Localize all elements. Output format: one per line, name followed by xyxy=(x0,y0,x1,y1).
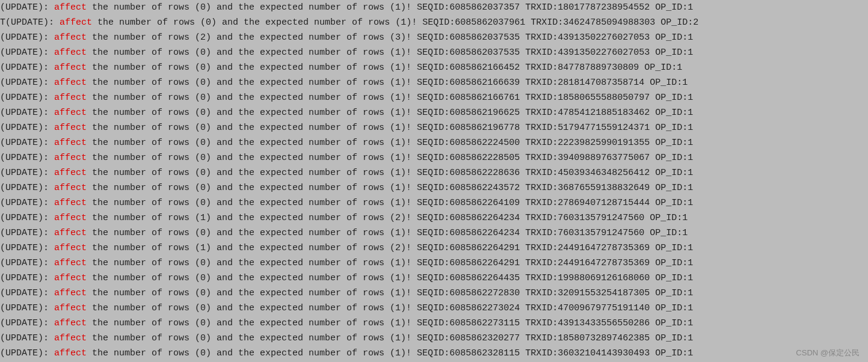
log-message: the number of rows (0) and the expected … xyxy=(87,2,693,13)
highlight-keyword: affect xyxy=(54,63,87,73)
log-prefix: (UPDATE): xyxy=(0,2,54,13)
log-message: the number of rows (0) and the expected … xyxy=(87,108,693,118)
log-message: the number of rows (0) and the expected … xyxy=(87,198,693,208)
highlight-keyword: affect xyxy=(54,123,87,133)
log-message: the number of rows (1) and the expected … xyxy=(87,243,693,253)
log-message: the number of rows (0) and the expected … xyxy=(87,318,693,328)
log-message: the number of rows (0) and the expected … xyxy=(87,48,693,58)
log-prefix: (UPDATE): xyxy=(0,273,54,283)
log-line[interactable]: (UPDATE): affect the number of rows (0) … xyxy=(0,165,868,180)
highlight-keyword: affect xyxy=(54,258,87,268)
highlight-keyword: affect xyxy=(54,288,87,298)
log-prefix: (UPDATE): xyxy=(0,78,54,88)
log-message: the number of rows (0) and the expected … xyxy=(87,123,693,133)
log-message: the number of rows (0) and the expected … xyxy=(87,333,693,343)
log-line[interactable]: (UPDATE): affect the number of rows (0) … xyxy=(0,271,868,286)
highlight-keyword: affect xyxy=(54,93,87,103)
log-prefix: (UPDATE): xyxy=(0,183,54,193)
log-line[interactable]: (UPDATE): affect the number of rows (1) … xyxy=(0,210,868,225)
highlight-keyword: affect xyxy=(54,303,87,313)
log-prefix: (UPDATE): xyxy=(0,198,54,208)
log-prefix: (UPDATE): xyxy=(0,318,54,328)
log-line[interactable]: (UPDATE): affect the number of rows (0) … xyxy=(0,225,868,241)
log-message: the number of rows (0) and the expected … xyxy=(87,168,693,178)
highlight-keyword: affect xyxy=(54,333,87,343)
log-line[interactable]: (UPDATE): affect the number of rows (0) … xyxy=(0,301,868,316)
log-line[interactable]: (UPDATE): affect the number of rows (0) … xyxy=(0,331,868,346)
highlight-keyword: affect xyxy=(54,78,87,88)
highlight-keyword: affect xyxy=(54,183,87,193)
log-message: the number of rows (0) and the expected … xyxy=(87,63,682,73)
log-prefix: (UPDATE): xyxy=(0,168,54,178)
highlight-keyword: affect xyxy=(54,243,87,253)
log-line[interactable]: (UPDATE): affect the number of rows (0) … xyxy=(0,316,868,331)
log-line[interactable]: (UPDATE): affect the number of rows (2) … xyxy=(0,30,868,45)
log-message: the number of rows (0) and the expected … xyxy=(87,183,693,193)
log-line[interactable]: (UPDATE): affect the number of rows (0) … xyxy=(0,256,868,271)
highlight-keyword: affect xyxy=(54,108,87,118)
log-line[interactable]: (UPDATE): affect the number of rows (0) … xyxy=(0,105,868,120)
log-line[interactable]: (UPDATE): affect the number of rows (0) … xyxy=(0,195,868,210)
log-prefix: (UPDATE): xyxy=(0,228,54,238)
highlight-keyword: affect xyxy=(54,228,87,238)
highlight-keyword: affect xyxy=(54,48,87,58)
log-line[interactable]: (UPDATE): affect the number of rows (0) … xyxy=(0,90,868,105)
log-line[interactable]: (UPDATE): affect the number of rows (0) … xyxy=(0,286,868,301)
log-prefix: (UPDATE): xyxy=(0,63,54,73)
log-line[interactable]: (UPDATE): affect the number of rows (0) … xyxy=(0,180,868,195)
log-prefix: (UPDATE): xyxy=(0,48,54,58)
highlight-keyword: affect xyxy=(54,318,87,328)
highlight-keyword: affect xyxy=(54,213,87,223)
log-line[interactable]: (UPDATE): affect the number of rows (1) … xyxy=(0,241,868,256)
highlight-keyword: affect xyxy=(60,17,92,28)
log-prefix: (UPDATE): xyxy=(0,153,54,163)
log-message: the number of rows (0) and the expected … xyxy=(92,17,698,28)
log-prefix: (UPDATE): xyxy=(0,258,54,268)
log-output[interactable]: (UPDATE): affect the number of rows (0) … xyxy=(0,0,868,361)
highlight-keyword: affect xyxy=(54,348,87,358)
log-prefix: (UPDATE): xyxy=(0,333,54,343)
log-prefix: (UPDATE): xyxy=(0,138,54,148)
log-message: the number of rows (2) and the expected … xyxy=(87,32,693,43)
highlight-keyword: affect xyxy=(54,273,87,283)
log-line[interactable]: (UPDATE): affect the number of rows (0) … xyxy=(0,346,868,361)
log-prefix: (UPDATE): xyxy=(0,288,54,298)
log-prefix: (UPDATE): xyxy=(0,348,54,358)
log-message: the number of rows (0) and the expected … xyxy=(87,303,693,313)
log-message: the number of rows (0) and the expected … xyxy=(87,273,693,283)
log-message: the number of rows (0) and the expected … xyxy=(87,93,693,103)
log-message: the number of rows (0) and the expected … xyxy=(87,228,688,238)
highlight-keyword: affect xyxy=(54,153,87,163)
log-prefix: (UPDATE): xyxy=(0,243,54,253)
log-message: the number of rows (0) and the expected … xyxy=(87,138,693,148)
log-line[interactable]: (UPDATE): affect the number of rows (0) … xyxy=(0,150,868,165)
log-message: the number of rows (0) and the expected … xyxy=(87,288,693,298)
highlight-keyword: affect xyxy=(54,138,87,148)
log-line[interactable]: T(UPDATE): affect the number of rows (0)… xyxy=(0,15,868,30)
highlight-keyword: affect xyxy=(54,198,87,208)
log-line[interactable]: (UPDATE): affect the number of rows (0) … xyxy=(0,60,868,75)
log-prefix: (UPDATE): xyxy=(0,303,54,313)
log-message: the number of rows (0) and the expected … xyxy=(87,348,693,358)
log-prefix: (UPDATE): xyxy=(0,123,54,133)
log-prefix: (UPDATE): xyxy=(0,93,54,103)
highlight-keyword: affect xyxy=(54,168,87,178)
log-prefix: (UPDATE): xyxy=(0,213,54,223)
log-message: the number of rows (0) and the expected … xyxy=(87,78,688,88)
log-prefix: T(UPDATE): xyxy=(0,17,60,28)
log-line[interactable]: (UPDATE): affect the number of rows (0) … xyxy=(0,120,868,135)
log-prefix: (UPDATE): xyxy=(0,32,54,43)
log-line[interactable]: (UPDATE): affect the number of rows (0) … xyxy=(0,135,868,150)
highlight-keyword: affect xyxy=(54,2,87,13)
log-message: the number of rows (0) and the expected … xyxy=(87,153,693,163)
log-message: the number of rows (0) and the expected … xyxy=(87,258,693,268)
log-line[interactable]: (UPDATE): affect the number of rows (0) … xyxy=(0,0,868,15)
log-message: the number of rows (1) and the expected … xyxy=(87,213,688,223)
log-prefix: (UPDATE): xyxy=(0,108,54,118)
log-line[interactable]: (UPDATE): affect the number of rows (0) … xyxy=(0,75,868,90)
highlight-keyword: affect xyxy=(54,32,87,43)
log-line[interactable]: (UPDATE): affect the number of rows (0) … xyxy=(0,45,868,60)
